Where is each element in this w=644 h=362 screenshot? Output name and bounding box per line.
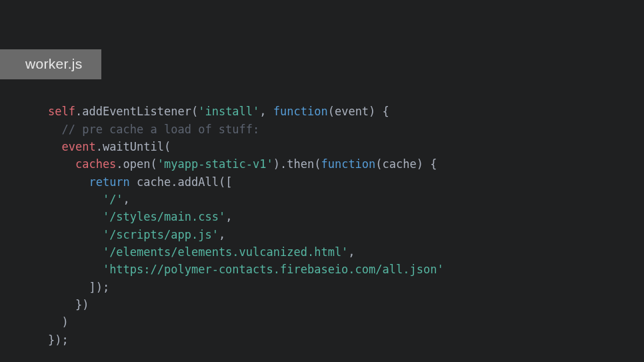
code-token: function	[273, 105, 328, 118]
code-token: ,	[259, 105, 273, 118]
code-token: 'https://polymer-contacts.firebaseio.com…	[103, 263, 444, 276]
code-token: (event) {	[328, 105, 389, 118]
code-token: )	[48, 315, 69, 329]
code-token	[48, 175, 89, 189]
code-token: return	[89, 175, 129, 189]
code-token: });	[48, 333, 69, 347]
code-token: .waitUntil(	[96, 140, 171, 153]
code-token: cache.addAll([	[130, 175, 233, 189]
code-token: event	[48, 140, 96, 153]
code-token: ,	[219, 228, 225, 241]
code-token: })	[48, 298, 89, 311]
code-token: .addEventListener(	[75, 105, 198, 118]
code-token: '/elements/elements.vulcanized.html'	[103, 245, 348, 259]
code-token	[48, 263, 103, 276]
code-token	[48, 245, 103, 259]
code-token: '/scripts/app.js'	[103, 228, 219, 241]
code-token	[48, 193, 103, 206]
code-token: .open(	[116, 157, 157, 171]
code-token: ).then(	[273, 157, 321, 171]
code-token: self	[48, 105, 75, 118]
code-editor[interactable]: self.addEventListener('install', functio…	[48, 85, 444, 349]
file-tab-label: worker.js	[25, 56, 83, 71]
code-token: caches	[48, 157, 116, 171]
code-token: ,	[348, 245, 355, 259]
code-comment: // pre cache a load of stuff:	[48, 123, 259, 136]
code-token: '/styles/main.css'	[103, 210, 225, 223]
code-token	[48, 228, 103, 241]
code-token: 'install'	[198, 105, 259, 118]
code-token: ]);	[48, 281, 109, 294]
code-token: 'myapp-static-v1'	[157, 157, 273, 171]
file-tab[interactable]: worker.js	[0, 49, 101, 79]
code-token: (cache) {	[375, 157, 437, 171]
code-token: function	[321, 157, 375, 171]
code-token: ,	[225, 210, 232, 223]
code-token	[48, 210, 103, 223]
code-token: '/'	[103, 193, 123, 206]
code-token: ,	[123, 193, 130, 206]
